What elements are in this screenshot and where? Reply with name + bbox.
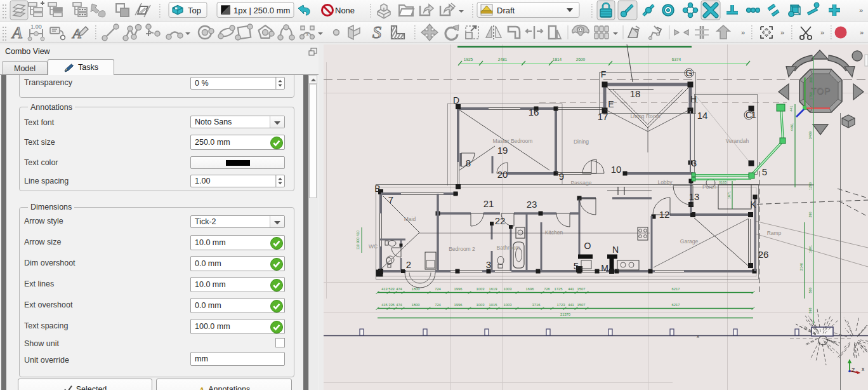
svg-text:Ramp: Ramp [767, 230, 782, 236]
svg-text:724: 724 [435, 303, 441, 307]
svg-text:O: O [584, 241, 591, 251]
svg-text:1800: 1800 [412, 287, 420, 291]
svg-text:335: 335 [388, 303, 395, 307]
svg-text:5: 5 [574, 260, 579, 271]
svg-text:Living Room: Living Room [630, 113, 660, 119]
svg-text:474: 474 [396, 287, 402, 291]
svg-text:Top: Top [188, 6, 201, 15]
svg-text:16: 16 [529, 107, 539, 118]
svg-text:10: 10 [611, 164, 622, 175]
svg-text:Dining: Dining [574, 138, 589, 145]
svg-text:1696: 1696 [526, 287, 534, 291]
svg-text:1725: 1725 [555, 287, 563, 291]
svg-text:12: 12 [659, 209, 670, 220]
svg-text:S: S [372, 22, 381, 42]
svg-text:533: 533 [388, 287, 395, 291]
svg-text:1003: 1003 [504, 287, 512, 291]
svg-text:»: » [859, 6, 863, 14]
svg-text:2: 2 [406, 259, 411, 270]
svg-text:23: 23 [527, 199, 537, 210]
svg-text:17: 17 [598, 111, 608, 122]
svg-text:C: C [746, 110, 752, 120]
svg-text:Maid: Maid [404, 216, 416, 222]
svg-text:Master Bedroom: Master Bedroom [493, 138, 533, 144]
svg-text:21: 21 [483, 198, 494, 209]
svg-text:Porch: Porch [702, 184, 716, 190]
svg-text:3: 3 [306, 32, 309, 37]
svg-text:7: 7 [388, 194, 393, 205]
svg-text:726: 726 [544, 287, 550, 291]
svg-text:413: 413 [381, 287, 388, 291]
svg-text:441: 441 [789, 105, 793, 111]
svg-text:18: 18 [630, 88, 641, 99]
svg-text:1507: 1507 [577, 303, 586, 307]
svg-text:5: 5 [762, 166, 767, 177]
svg-text:K: K [750, 199, 756, 210]
svg-text:598: 598 [808, 307, 812, 313]
svg-text:1003: 1003 [477, 287, 485, 291]
svg-text:Bathroom: Bathroom [497, 245, 520, 251]
svg-text:N: N [612, 245, 619, 255]
svg-text:A: A [11, 24, 22, 42]
svg-text:»: » [741, 29, 745, 36]
svg-text:Kitchen: Kitchen [545, 229, 563, 236]
svg-text:0165: 0165 [719, 180, 727, 184]
svg-text:20: 20 [497, 169, 508, 180]
svg-text:1px | 250.0 mm: 1px | 250.0 mm [233, 6, 290, 15]
svg-text:x: x [697, 333, 699, 339]
svg-text:1.00: 1.00 [30, 24, 42, 30]
svg-text:3140: 3140 [799, 263, 803, 271]
svg-text:Draft: Draft [497, 6, 515, 15]
svg-text:441: 441 [568, 303, 574, 307]
svg-text:110 900 410: 110 900 410 [356, 231, 360, 250]
svg-text:474: 474 [396, 303, 402, 307]
svg-text:441: 441 [568, 287, 574, 291]
svg-text:3469: 3469 [808, 131, 812, 139]
svg-text:1996: 1996 [454, 287, 463, 291]
svg-text:9: 9 [559, 171, 564, 182]
svg-text:6374: 6374 [672, 57, 681, 62]
svg-text:3: 3 [692, 158, 697, 168]
svg-text:1996: 1996 [454, 303, 463, 307]
svg-text:Z: Z [852, 367, 855, 373]
svg-text:6217: 6217 [672, 287, 680, 291]
svg-text:1750: 1750 [809, 92, 813, 100]
svg-text:1015: 1015 [489, 303, 497, 307]
svg-text:19: 19 [497, 145, 508, 156]
svg-text:724: 724 [435, 287, 441, 291]
svg-text:D: D [453, 95, 459, 105]
svg-text:390: 390 [808, 212, 812, 217]
svg-text:560: 560 [808, 287, 812, 293]
svg-text:»: » [820, 29, 824, 36]
svg-text:1671: 1671 [727, 191, 731, 199]
svg-text:14: 14 [697, 110, 708, 121]
svg-text:Bedroom 2: Bedroom 2 [449, 246, 475, 252]
svg-text:1814: 1814 [553, 57, 562, 62]
svg-text:1507: 1507 [577, 287, 586, 291]
svg-text:1723: 1723 [557, 303, 565, 307]
svg-text:Garage: Garage [680, 238, 699, 245]
svg-text:E: E [608, 99, 614, 109]
svg-text:1925: 1925 [464, 57, 473, 62]
svg-text:Verandah: Verandah [726, 138, 749, 144]
svg-text:22: 22 [495, 215, 506, 226]
svg-text:1: 1 [751, 109, 756, 120]
svg-text:None: None [335, 6, 355, 15]
svg-text:»: » [860, 29, 864, 36]
svg-text:H: H [690, 94, 697, 104]
svg-text:3716: 3716 [532, 303, 541, 307]
svg-text:Passage: Passage [570, 180, 591, 186]
svg-text:3: 3 [486, 259, 491, 270]
svg-text:2481: 2481 [498, 57, 508, 62]
svg-text:WC: WC [369, 243, 378, 250]
svg-text:8: 8 [466, 158, 471, 168]
svg-text:»: » [780, 29, 784, 36]
svg-text:13: 13 [689, 191, 700, 202]
svg-text:M: M [601, 263, 608, 273]
svg-text:26: 26 [758, 249, 769, 260]
svg-text:1801: 1801 [808, 245, 812, 253]
svg-text:Lobby: Lobby [657, 179, 673, 185]
svg-text:1003: 1003 [477, 303, 485, 307]
svg-text:300: 300 [809, 77, 813, 83]
svg-text:415: 415 [381, 303, 388, 307]
